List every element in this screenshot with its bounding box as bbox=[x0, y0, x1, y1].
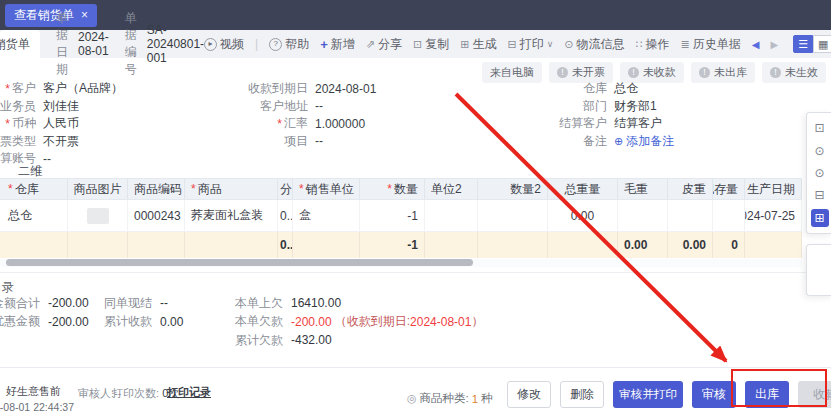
form-column-3: 仓库总仓 部门财务部1 结算客户结算客户 备注⊕添加备注 bbox=[548, 80, 674, 150]
created-time: 2024-08-01 22:44:37 bbox=[0, 401, 74, 411]
invoice-type-label: 发票类型 bbox=[0, 133, 36, 150]
creator-name: 好生意售前 bbox=[6, 384, 61, 399]
footer-bar: 好生意售前 2024-08-01 22:44:37 审核人:-- 打印次数: 0… bbox=[0, 367, 831, 411]
amount-total-value: -200.00 bbox=[48, 296, 89, 310]
settle-account-value: -- bbox=[43, 152, 51, 166]
actions-button[interactable]: ∷操作 bbox=[635, 36, 669, 53]
form-column-1: *客户客户（A品牌） 业务员刘佳佳 *币种人民币 发票类型不开票 结算账号-- bbox=[0, 80, 123, 168]
panel-circle-icon[interactable]: ⊙ bbox=[811, 164, 829, 182]
address-label: 客户地址 bbox=[260, 98, 308, 115]
delete-button[interactable]: 删除 bbox=[560, 381, 604, 408]
next-doc-arrow[interactable]: ▶ bbox=[770, 39, 778, 50]
edit-button[interactable]: 修改 bbox=[507, 381, 551, 408]
col-quantity: 数量 bbox=[394, 181, 418, 198]
share-button[interactable]: ⇗分享 bbox=[366, 36, 402, 53]
received-value: 0.00 bbox=[160, 315, 183, 329]
cash-settle-label: 同单现结 bbox=[84, 295, 152, 312]
prev-balance-label: 本单上欠 bbox=[223, 295, 283, 312]
badge-source: 来自电脑 bbox=[482, 62, 542, 83]
panel-circle-icon[interactable]: ⊙ bbox=[811, 142, 829, 160]
summary-payments: 同单现结-- 累计收款0.00 bbox=[84, 294, 183, 331]
debt-note-suffix: ） bbox=[471, 313, 483, 330]
info-icon: ! bbox=[699, 67, 710, 78]
invoice-type-value: 不开票 bbox=[43, 133, 79, 150]
horizontal-scrollbar-thumb[interactable] bbox=[6, 259, 473, 266]
cell-quantity2 bbox=[478, 200, 548, 231]
project-label: 项目 bbox=[284, 133, 308, 150]
history-button[interactable]: ≣历史单据 bbox=[680, 36, 740, 53]
audit-and-print-button[interactable]: 审核并打印 bbox=[613, 381, 683, 408]
col-category: 分... bbox=[280, 181, 293, 198]
currency-label: 币种 bbox=[12, 115, 36, 132]
section-divider bbox=[0, 272, 831, 273]
panel-active-icon[interactable]: ⊞ bbox=[811, 209, 829, 227]
address-value: -- bbox=[315, 99, 323, 113]
logistics-button[interactable]: ⊙物流信息 bbox=[564, 36, 624, 53]
receive-payment-button[interactable]: 收款 bbox=[798, 381, 831, 408]
discount-value: -200.00 bbox=[48, 315, 89, 329]
rate-value: 1.000000 bbox=[315, 117, 365, 131]
video-icon: ▸ bbox=[204, 38, 217, 51]
add-button[interactable]: +新增 bbox=[320, 36, 355, 53]
col-unit2: 单位2 bbox=[431, 181, 462, 198]
audit-button[interactable]: 审核 bbox=[692, 381, 736, 408]
side-panel-secondary[interactable] bbox=[806, 244, 831, 296]
add-remark-link[interactable]: ⊕添加备注 bbox=[614, 133, 674, 150]
video-button[interactable]: ▸视频 bbox=[204, 36, 244, 53]
print-button[interactable]: ⊟打印∨ bbox=[507, 36, 553, 53]
tab-sales-order[interactable]: 销货单 bbox=[0, 30, 40, 58]
print-log-link[interactable]: 打印记录 bbox=[167, 385, 211, 400]
view-toggle: ☰ ▦ bbox=[793, 35, 831, 53]
window-tab-view-sales-order[interactable]: 查看销货单 × bbox=[5, 4, 97, 27]
total-quantity: -1 bbox=[360, 232, 425, 258]
copy-icon: ⊡ bbox=[413, 39, 422, 50]
cell-category: 0... bbox=[278, 200, 293, 231]
col-tare-weight: 皮重 bbox=[682, 181, 706, 198]
horizontal-scrollbar[interactable] bbox=[0, 259, 802, 267]
cumulative-debt-label: 累计欠款 bbox=[223, 332, 283, 349]
cell-product: 荞麦面礼盒装 bbox=[185, 200, 278, 231]
form-view-toggle[interactable]: ☰ bbox=[793, 35, 813, 53]
panel-doc-icon[interactable]: ⊡ bbox=[811, 119, 829, 137]
warehouse-value: 总仓 bbox=[614, 80, 638, 97]
add-circle-icon: ⊕ bbox=[614, 136, 623, 147]
salesman-value: 刘佳佳 bbox=[43, 98, 79, 115]
help-button[interactable]: ?帮助 bbox=[269, 36, 309, 53]
remark-label: 备注 bbox=[583, 133, 607, 150]
items-table: *仓库 商品图片 商品编码 *商品 分... *销售单位 *数量 单位2 数量2… bbox=[0, 178, 802, 258]
col-gross-weight: 毛重 bbox=[624, 181, 648, 198]
doc-date-value: 2024-08-01 bbox=[78, 30, 109, 58]
customer-label: 客户 bbox=[12, 80, 36, 97]
grid-view-toggle[interactable]: ▦ bbox=[813, 35, 831, 53]
due-date-label: 收款到期日 bbox=[248, 80, 308, 97]
info-icon: ! bbox=[628, 67, 639, 78]
panel-list-icon[interactable]: ⊟ bbox=[811, 186, 829, 204]
required-icon: * bbox=[5, 117, 10, 131]
category-icon: ◎ bbox=[407, 392, 417, 405]
document-header-bar: 销货单 单据日期 2024-08-01 单据编号 SA-20240801-001… bbox=[0, 30, 831, 58]
required-icon: * bbox=[5, 82, 10, 96]
history-icon: ≣ bbox=[680, 39, 689, 50]
cell-quantity: -1 bbox=[360, 200, 425, 231]
close-icon[interactable]: × bbox=[81, 8, 88, 22]
outbound-button[interactable]: 出库 bbox=[745, 381, 789, 408]
prev-doc-arrow[interactable]: ◀ bbox=[752, 39, 760, 50]
col-production-date: 生产日期 bbox=[747, 181, 795, 198]
side-shortcut-panel: ⊡ ⊙ ⊙ ⊟ ⊞ bbox=[806, 112, 831, 234]
table-header-row: *仓库 商品图片 商品编码 *商品 分... *销售单位 *数量 单位2 数量2… bbox=[0, 178, 802, 200]
col-total-weight: 总重量 bbox=[565, 181, 601, 198]
total-stock: 0 bbox=[713, 232, 745, 258]
cell-warehouse: 总仓 bbox=[0, 200, 68, 231]
copy-button[interactable]: ⊡复制 bbox=[413, 36, 449, 53]
settle-customer-value: 结算客户 bbox=[614, 115, 662, 132]
warehouse-label: 仓库 bbox=[583, 80, 607, 97]
generate-button[interactable]: ⊞生成 bbox=[460, 36, 496, 53]
total-tare-weight: 0.00 bbox=[668, 232, 713, 258]
cell-gross-weight bbox=[618, 200, 668, 231]
rate-label: 汇率 bbox=[284, 115, 308, 132]
debt-note-prefix: （收款到期日: bbox=[335, 313, 410, 330]
doc-date-label: 单据日期 bbox=[56, 10, 68, 78]
col-sale-unit: 销售单位 bbox=[306, 181, 354, 198]
doc-number-label: 单据编号 bbox=[125, 10, 137, 78]
table-row: 总仓 0000243 荞麦面礼盒装 0... 盒 -1 0.00 2024-07… bbox=[0, 200, 802, 232]
